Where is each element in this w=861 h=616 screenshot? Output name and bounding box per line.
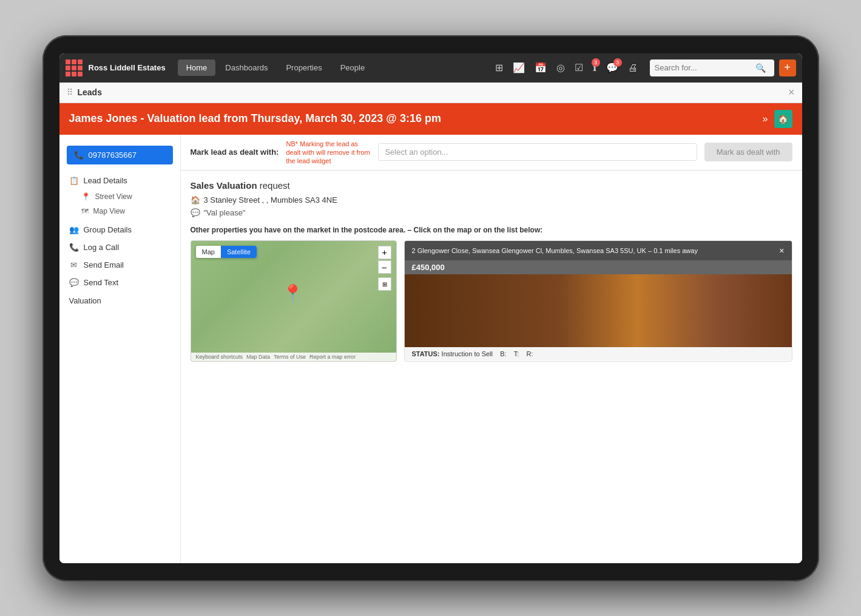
- sidebar-and-content: 📞 09787635667 📋 Lead Details 📍 Street Vi…: [59, 135, 802, 563]
- property-address: 2 Glengower Close, Swansea Glengower Cl,…: [412, 247, 698, 254]
- phone-icon: 📞: [74, 151, 84, 160]
- request-type-rest: request: [260, 180, 290, 191]
- recep-label: R:: [526, 350, 533, 357]
- map-zoom-out[interactable]: –: [378, 260, 391, 274]
- map-layers-btn[interactable]: ⊞: [378, 277, 391, 291]
- right-panel: Mark lead as dealt with: NB* Marking the…: [181, 135, 802, 563]
- leads-close-btn[interactable]: ×: [788, 86, 795, 99]
- leads-handle-icon: ⠿: [67, 87, 73, 97]
- sidebar-map-view[interactable]: 🗺 Map View: [59, 204, 180, 218]
- dealt-button[interactable]: Mark as dealt with: [704, 143, 792, 161]
- log-call-label: Log a Call: [84, 243, 120, 252]
- comment-line: 💬 "Val please": [191, 208, 792, 217]
- map-container[interactable]: Map Satellite 📍 + – ⊞ Google: [191, 240, 397, 362]
- map-controls: + –: [378, 246, 391, 274]
- main-content: Sales Valuation request 🏠 3 Stanley Stre…: [181, 171, 802, 563]
- status-label: STATUS:: [412, 350, 440, 357]
- property-img-overlay: [405, 274, 792, 347]
- sidebar-log-call[interactable]: 📞 Log a Call: [59, 239, 180, 256]
- alerts-badge: 3: [592, 58, 600, 67]
- nav-dashboards[interactable]: Dashboards: [217, 59, 276, 76]
- map-report-link[interactable]: Report a map error: [309, 354, 356, 360]
- map-tab-map[interactable]: Map: [196, 246, 221, 258]
- map-view-icon: 🗺: [81, 207, 89, 215]
- valuation-label: Valuation: [69, 296, 101, 305]
- top-nav: Ross Liddell Estates Home Dashboards Pro…: [59, 53, 802, 83]
- messages-badge: 3: [613, 58, 622, 67]
- alerts-icon-btn[interactable]: ℹ 3: [590, 59, 599, 76]
- search-box: 🔍: [650, 59, 774, 76]
- send-text-icon: 💬: [69, 278, 79, 287]
- property-status-bar: STATUS: Instruction to Sell B: T: R:: [405, 347, 792, 360]
- sidebar-group-details[interactable]: 👥 Group Details: [59, 221, 180, 239]
- analytics-icon-btn[interactable]: 📈: [510, 59, 527, 76]
- street-view-label: Street View: [95, 192, 132, 201]
- log-call-icon: 📞: [69, 243, 79, 252]
- nav-links: Home Dashboards Properties People: [178, 59, 493, 76]
- request-type-bold: Sales Valuation: [191, 180, 257, 191]
- map-pin: 📍: [282, 283, 303, 303]
- property-card-close-btn[interactable]: ×: [779, 246, 784, 256]
- search-input[interactable]: [655, 63, 752, 72]
- sidebar-send-email[interactable]: ✉ Send Email: [59, 256, 180, 274]
- phone-button[interactable]: 📞 09787635667: [67, 146, 173, 164]
- brand-name: Ross Liddell Estates: [89, 63, 166, 72]
- send-email-label: Send Email: [84, 260, 124, 269]
- address-icon: 🏠: [191, 195, 200, 205]
- messages-icon-btn[interactable]: 💬 3: [604, 59, 621, 76]
- nav-people[interactable]: People: [332, 59, 373, 76]
- status-value: Instruction to Sell: [442, 350, 493, 357]
- property-card: 2 Glengower Close, Swansea Glengower Cl,…: [404, 240, 792, 362]
- calendar-icon-btn[interactable]: 📅: [532, 59, 549, 76]
- sidebar-street-view[interactable]: 📍 Street View: [59, 189, 180, 204]
- tasks-icon-btn[interactable]: ☑: [572, 59, 586, 76]
- lead-banner-arrow[interactable]: »: [763, 113, 768, 124]
- lead-banner: James Jones - Valuation lead from Thursd…: [59, 103, 802, 135]
- map-tab-satellite[interactable]: Satellite: [221, 246, 257, 258]
- dealt-note: NB* Marking the lead as dealt with will …: [286, 140, 371, 166]
- map-keyboard-shortcuts[interactable]: Keyboard shortcuts: [196, 354, 243, 360]
- add-button[interactable]: +: [779, 59, 796, 76]
- address-line: 🏠 3 Stanley Street , , Mumbles SA3 4NE: [191, 195, 792, 205]
- target-icon-btn[interactable]: ◎: [554, 59, 567, 76]
- sidebar: 📞 09787635667 📋 Lead Details 📍 Street Vi…: [59, 135, 181, 563]
- dealt-select[interactable]: Select an option...: [378, 143, 697, 161]
- map-terms-link[interactable]: Terms of Use: [274, 354, 306, 360]
- map-section-label: Other properties you have on the market …: [191, 226, 792, 234]
- main-area: James Jones - Valuation lead from Thursd…: [59, 103, 802, 563]
- property-card-header: 2 Glengower Close, Swansea Glengower Cl,…: [405, 241, 792, 260]
- lead-banner-home-btn[interactable]: 🏠: [774, 110, 792, 128]
- beds-label: B:: [500, 350, 506, 357]
- print-icon-btn[interactable]: 🖨: [626, 60, 640, 76]
- map-properties-row: Map Satellite 📍 + – ⊞ Google: [191, 240, 792, 362]
- group-details-label: Group Details: [84, 225, 132, 234]
- nav-right: ⊞ 📈 📅 ◎ ☑ ℹ 3 💬 3 🖨 🔍 +: [493, 59, 796, 76]
- nav-properties[interactable]: Properties: [277, 59, 330, 76]
- map-zoom-in[interactable]: +: [378, 246, 391, 259]
- sidebar-lead-details-section: 📋 Lead Details 📍 Street View 🗺 Map View: [59, 169, 180, 221]
- map-bottom-bar: Keyboard shortcuts Map Data Terms of Use…: [191, 353, 396, 361]
- comment-icon: 💬: [191, 208, 200, 217]
- map-tabs: Map Satellite: [196, 246, 257, 258]
- map-data-link[interactable]: Map Data: [246, 354, 270, 360]
- search-submit-btn[interactable]: 🔍: [752, 62, 769, 74]
- property-price: £450,000: [405, 260, 792, 274]
- dealt-label: Mark lead as dealt with:: [191, 147, 279, 157]
- group-details-icon: 👥: [69, 225, 79, 234]
- dealt-bar: Mark lead as dealt with: NB* Marking the…: [181, 135, 802, 171]
- app-grid-icon[interactable]: [66, 59, 83, 76]
- leads-title: Leads: [78, 87, 788, 97]
- send-email-icon: ✉: [69, 260, 79, 269]
- lead-banner-title: James Jones - Valuation lead from Thursd…: [69, 112, 763, 125]
- comment-text: "Val please": [204, 208, 246, 217]
- sidebar-send-text[interactable]: 💬 Send Text: [59, 274, 180, 291]
- tablet-frame: Ross Liddell Estates Home Dashboards Pro…: [42, 35, 819, 581]
- type-label: T:: [514, 350, 519, 357]
- sidebar-lead-details[interactable]: 📋 Lead Details: [59, 172, 180, 189]
- sidebar-valuation[interactable]: Valuation: [59, 291, 180, 310]
- nav-home[interactable]: Home: [178, 59, 216, 76]
- phone-number: 09787635667: [89, 151, 137, 160]
- sales-header: Sales Valuation request: [191, 180, 792, 191]
- reports-icon-btn[interactable]: ⊞: [493, 59, 505, 76]
- leads-bar: ⠿ Leads ×: [59, 83, 802, 103]
